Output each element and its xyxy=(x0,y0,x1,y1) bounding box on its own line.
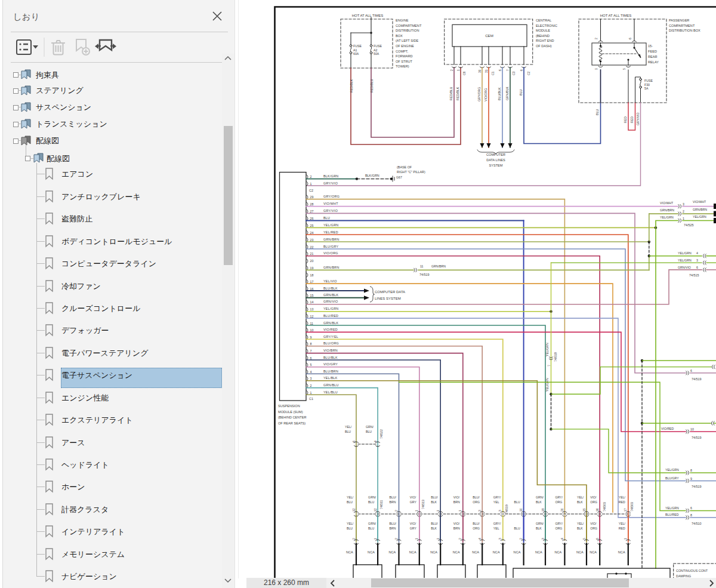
svg-text:GRN/: GRN/ xyxy=(536,522,544,525)
svg-text:15-: 15- xyxy=(648,44,653,48)
svg-text:RIGHT "C" PILLAR): RIGHT "C" PILLAR) xyxy=(397,170,425,174)
svg-text:ORG: ORG xyxy=(473,527,480,530)
svg-text:GRY/ORG: GRY/ORG xyxy=(477,87,481,101)
svg-text:RED: RED xyxy=(619,500,625,504)
svg-text:BOX: BOX xyxy=(396,34,403,38)
svg-text:RED: RED xyxy=(630,116,634,123)
svg-text:BLU/RED: BLU/RED xyxy=(665,513,679,516)
svg-text:YEL/GRN: YEL/GRN xyxy=(693,215,706,218)
svg-text:OF ENGINE: OF ENGINE xyxy=(396,44,414,48)
svg-text:C2: C2 xyxy=(309,189,313,192)
svg-text:27: 27 xyxy=(310,210,314,213)
svg-text:22: 22 xyxy=(310,245,314,249)
svg-text:PASSENGER: PASSENGER xyxy=(669,19,689,22)
svg-text:COMPT,: COMPT, xyxy=(396,50,409,53)
svg-text:YEL/: YEL/ xyxy=(577,495,584,499)
svg-text:RIGHT END: RIGHT END xyxy=(536,39,554,42)
svg-text:1: 1 xyxy=(374,538,377,540)
svg-text:C6: C6 xyxy=(462,71,466,75)
svg-text:YEL/: YEL/ xyxy=(345,425,352,429)
svg-text:BLU/: BLU/ xyxy=(473,522,480,525)
svg-text:VIO/WHT: VIO/WHT xyxy=(323,202,338,205)
svg-text:NCA: NCA xyxy=(493,550,500,554)
svg-text:BLU: BLU xyxy=(368,527,374,530)
svg-text:BLU: BLU xyxy=(514,500,520,504)
svg-text:TOWER): TOWER) xyxy=(396,64,409,68)
svg-text:20: 20 xyxy=(310,259,314,263)
svg-text:BLU/BLK: BLU/BLK xyxy=(323,356,338,359)
svg-text:YEL/GRN: YEL/GRN xyxy=(545,378,549,392)
svg-text:1: 1 xyxy=(310,391,312,395)
svg-text:BLU/: BLU/ xyxy=(431,522,438,525)
svg-text:74/519: 74/519 xyxy=(505,504,508,514)
svg-text:74/518: 74/518 xyxy=(554,352,557,362)
svg-text:FUSE: FUSE xyxy=(353,44,362,48)
svg-text:GRN/: GRN/ xyxy=(368,495,376,499)
svg-text:74/515: 74/515 xyxy=(689,273,699,277)
svg-text:BLU: BLU xyxy=(368,500,374,504)
svg-text:4: 4 xyxy=(560,538,564,540)
svg-text:6: 6 xyxy=(690,369,692,372)
svg-text:C1: C1 xyxy=(491,71,495,75)
svg-text:NCA: NCA xyxy=(618,550,625,554)
svg-text:YEL/: YEL/ xyxy=(577,522,584,525)
svg-text:BLK: BLK xyxy=(431,527,437,530)
svg-text:BLU/RED: BLU/RED xyxy=(323,314,338,318)
svg-text:NCA: NCA xyxy=(389,550,396,554)
svg-text:NCA: NCA xyxy=(590,550,597,554)
svg-text:74/525: 74/525 xyxy=(684,223,694,227)
svg-text:YEL/GRN: YEL/GRN xyxy=(323,307,338,310)
svg-text:3: 3 xyxy=(541,538,545,540)
svg-text:GRN/BRN: GRN/BRN xyxy=(693,208,707,211)
svg-text:BLU/GRY: BLU/GRY xyxy=(665,476,679,480)
svg-text:YEL/RED: YEL/RED xyxy=(323,230,338,234)
svg-text:ORG: ORG xyxy=(590,527,597,530)
svg-text:VIO/: VIO/ xyxy=(410,495,416,499)
svg-text:YEL/GRN: YEL/GRN xyxy=(678,258,692,262)
svg-text:NCA: NCA xyxy=(368,550,375,554)
svg-text:COMPUTER DATA: COMPUTER DATA xyxy=(375,290,405,294)
svg-text:1: 1 xyxy=(456,69,460,71)
svg-text:BLU/: BLU/ xyxy=(431,495,438,499)
svg-text:YEL/: YEL/ xyxy=(619,495,626,499)
svg-text:5: 5 xyxy=(622,68,626,70)
svg-text:26: 26 xyxy=(310,217,314,220)
svg-text:VIO/WHT: VIO/WHT xyxy=(693,200,706,204)
svg-text:60A: 60A xyxy=(353,52,359,56)
svg-text:MODULE (SUM): MODULE (SUM) xyxy=(278,410,303,414)
svg-text:GRY/: GRY/ xyxy=(493,522,501,525)
svg-text:GRY/YEL: GRY/YEL xyxy=(323,335,338,338)
svg-text:5A: 5A xyxy=(644,87,649,90)
svg-text:74/503: 74/503 xyxy=(603,502,606,512)
svg-text:10: 10 xyxy=(310,328,314,332)
svg-text:(BEHIND CENTER: (BEHIND CENTER xyxy=(278,415,307,419)
svg-text:SUSPENSION: SUSPENSION xyxy=(278,404,300,408)
svg-text:BLU/BLK: BLU/BLK xyxy=(323,287,338,290)
svg-text:C3: C3 xyxy=(512,71,516,75)
svg-text:BRN: BRN xyxy=(453,500,460,504)
svg-text:6: 6 xyxy=(628,38,632,39)
svg-text:YEL/VIO: YEL/VIO xyxy=(323,279,337,283)
svg-text:BLU: BLU xyxy=(595,109,599,115)
svg-text:FUSE: FUSE xyxy=(644,79,653,82)
svg-text:VIO/ORG: VIO/ORG xyxy=(323,251,338,255)
svg-text:OF REAR SEATS): OF REAR SEATS) xyxy=(278,421,305,425)
svg-text:A2: A2 xyxy=(374,48,377,52)
svg-text:GRN/: GRN/ xyxy=(368,522,376,525)
svg-text:GRN/BLK: GRN/BLK xyxy=(323,321,339,325)
svg-text:BLU/: BLU/ xyxy=(390,522,397,525)
svg-text:10: 10 xyxy=(690,427,694,431)
svg-text:HOT AT ALL TIMES: HOT AT ALL TIMES xyxy=(352,14,384,17)
svg-text:3: 3 xyxy=(696,258,698,262)
svg-text:16: 16 xyxy=(310,287,314,291)
svg-text:11: 11 xyxy=(310,322,313,325)
svg-text:2: 2 xyxy=(519,538,523,540)
svg-text:3: 3 xyxy=(478,510,482,512)
svg-text:COMPARTMENT: COMPARTMENT xyxy=(396,24,422,27)
svg-text:ENGINE: ENGINE xyxy=(396,19,409,22)
svg-text:74/519: 74/519 xyxy=(419,273,430,276)
svg-text:8: 8 xyxy=(310,342,312,346)
svg-text:GRN/VIO: GRN/VIO xyxy=(323,300,338,303)
svg-text:BLU: BLU xyxy=(347,527,353,530)
svg-text:YEL/GRN: YEL/GRN xyxy=(323,223,338,227)
